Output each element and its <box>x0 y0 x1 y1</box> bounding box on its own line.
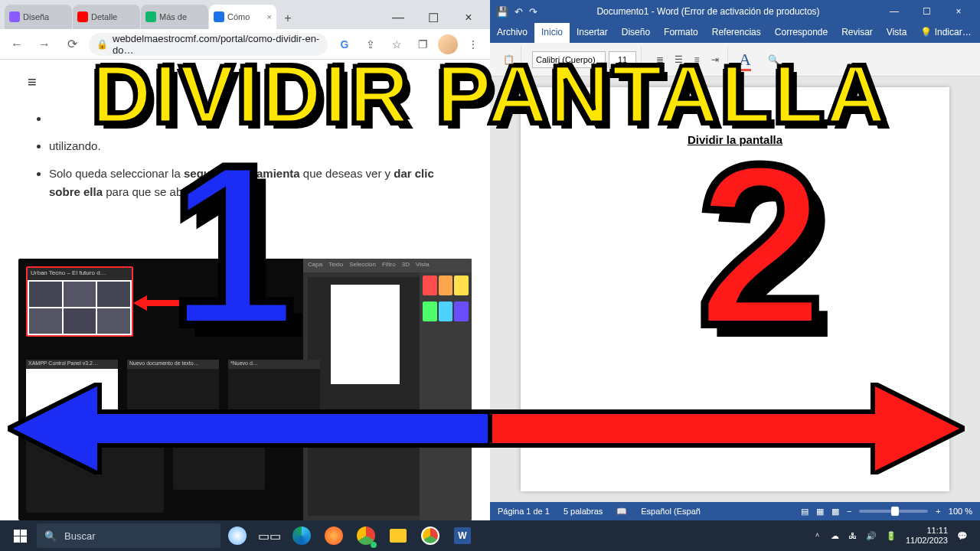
word-page[interactable]: Dividir la pantalla <box>521 87 949 491</box>
view-web-icon[interactable]: ▩ <box>831 507 839 517</box>
snap-thumb[interactable] <box>26 429 164 513</box>
profile-avatar[interactable] <box>438 34 458 54</box>
redo-icon[interactable]: ↷ <box>529 6 537 18</box>
maximize-button[interactable]: ☐ <box>911 6 942 17</box>
tab-insertar[interactable]: Insertar <box>570 23 615 43</box>
chrome-viewport[interactable]: ≡ placeholder placeholder placeholder pl… <box>0 60 490 520</box>
hamburger-icon[interactable]: ≡ <box>28 73 462 91</box>
tab-diseno[interactable]: Diseño <box>615 23 657 43</box>
chrome-window-controls: — ☐ × <box>381 6 485 29</box>
google-icon[interactable]: G <box>334 34 355 55</box>
star-icon[interactable]: ☆ <box>386 34 407 55</box>
font-group <box>528 46 642 73</box>
zoom-in-icon[interactable]: + <box>936 507 940 516</box>
word-icon[interactable]: W <box>447 520 478 551</box>
tell-me[interactable]: 💡 Indicar… <box>913 23 978 43</box>
tab-revisar[interactable]: Revisar <box>835 23 880 43</box>
ps-menubar: CapaTextoSelecciónFiltro3DVista <box>303 259 472 272</box>
tray-chevron-icon[interactable]: ＾ <box>813 530 822 542</box>
back-button[interactable]: ← <box>6 34 28 55</box>
numbering-icon[interactable]: ☰ <box>671 52 686 67</box>
chrome-canary-icon[interactable] <box>415 520 446 551</box>
paste-icon[interactable]: 📋 <box>501 52 516 67</box>
snap-thumb[interactable]: *Nuevo d… <box>228 360 320 419</box>
tab-label: Detalle <box>91 12 117 21</box>
styles-icon[interactable]: A <box>739 50 751 70</box>
new-tab-button[interactable]: + <box>277 8 299 29</box>
task-view-icon[interactable]: ▭▭ <box>254 520 285 551</box>
list-item: Solo queda seleccionar la segunda herram… <box>49 165 462 201</box>
favicon <box>77 11 88 22</box>
close-button[interactable]: × <box>452 6 485 29</box>
url-text: webdelmaestrocmf.com/portal/como-dividir… <box>113 33 320 56</box>
find-icon[interactable]: 🔍 <box>766 52 782 67</box>
snap-thumb[interactable] <box>173 429 265 490</box>
taskbar-search[interactable]: 🔍 Buscar <box>37 523 220 548</box>
status-proofing-icon[interactable]: 📖 <box>616 507 627 517</box>
zoom-out-icon[interactable]: − <box>847 507 851 516</box>
taskbar-clock[interactable]: 11:11 11/02/2023 <box>906 526 948 546</box>
tab-inicio[interactable]: Inicio <box>534 23 570 43</box>
minimize-button[interactable]: — <box>381 6 415 29</box>
share-icon[interactable]: ⇪ <box>360 34 381 55</box>
search-icon: 🔍 <box>44 530 57 542</box>
chrome-tab-4-active[interactable]: Cómo × <box>209 5 276 29</box>
article-list: placeholder placeholder placeholder plac… <box>28 109 462 201</box>
tray-network-icon[interactable]: 🖧 <box>848 531 857 540</box>
tab-archivo[interactable]: Archivo <box>490 23 534 43</box>
zoom-label[interactable]: 100 % <box>949 507 972 516</box>
close-button[interactable]: × <box>943 6 974 17</box>
tab-vista[interactable]: Vista <box>880 23 913 43</box>
chrome-tab-3[interactable]: Más de <box>141 5 208 29</box>
view-read-icon[interactable]: ▤ <box>801 507 808 517</box>
start-button[interactable] <box>5 520 35 551</box>
reload-button[interactable]: ⟳ <box>61 34 83 55</box>
chrome-window: Diseña Detalle Más de Cómo × + — ☐ × ← →… <box>0 0 490 520</box>
menu-icon[interactable]: ⋮ <box>462 34 484 55</box>
close-icon[interactable]: × <box>267 12 272 21</box>
firefox-icon[interactable] <box>318 520 349 551</box>
font-size-combo[interactable] <box>609 51 636 68</box>
indent-icon[interactable]: ⇥ <box>707 52 723 67</box>
tray-battery-icon[interactable]: 🔋 <box>886 531 897 541</box>
chrome-actions: G ⇪ ☆ ❐ ⋮ <box>334 34 484 55</box>
zoom-slider[interactable] <box>859 510 928 513</box>
save-icon[interactable]: 💾 <box>496 6 508 18</box>
explorer-icon[interactable] <box>383 520 413 551</box>
snap-thumb-selected[interactable]: Urban Tecno – El futuro d… <box>26 266 133 337</box>
align-icon[interactable]: ≡ <box>689 52 704 67</box>
forward-button[interactable]: → <box>34 34 55 55</box>
undo-icon[interactable]: ↶ <box>514 6 523 18</box>
status-language[interactable]: Español (Españ <box>641 507 701 516</box>
tab-label: Cómo <box>227 12 250 21</box>
tray-onedrive-icon[interactable]: ☁ <box>831 531 839 541</box>
clipboard-group: 📋 <box>496 46 521 73</box>
word-window: 💾 ↶ ↷ Documento1 - Word (Error de activa… <box>490 0 980 520</box>
edge-icon[interactable] <box>286 520 317 551</box>
snap-thumb[interactable]: XAMPP Control Panel v3.2… <box>26 360 118 419</box>
status-page[interactable]: Página 1 de 1 <box>498 507 550 516</box>
status-words[interactable]: 5 palabras <box>564 507 603 516</box>
tab-referencias[interactable]: Referencias <box>705 23 768 43</box>
extensions-icon[interactable]: ❐ <box>412 34 433 55</box>
chrome-tab-2[interactable]: Detalle <box>73 5 140 29</box>
cortana-icon[interactable] <box>222 520 253 551</box>
tab-correspondencia[interactable]: Corresponde <box>768 23 835 43</box>
word-document-area[interactable]: Dividir la pantalla <box>490 77 980 502</box>
tray-volume-icon[interactable]: 🔊 <box>866 531 877 541</box>
bullets-icon[interactable]: ≣ <box>652 52 668 67</box>
tab-formato[interactable]: Formato <box>657 23 705 43</box>
windows-logo-icon <box>14 530 27 543</box>
minimize-button[interactable]: — <box>879 6 910 17</box>
chrome-tab-1[interactable]: Diseña <box>5 5 72 29</box>
font-name-combo[interactable] <box>532 51 606 68</box>
word-title-text: Documento1 - Word (Error de activación d… <box>545 6 871 17</box>
maximize-button[interactable]: ☐ <box>416 6 450 29</box>
notifications-icon[interactable]: 💬 <box>957 531 968 541</box>
view-print-icon[interactable]: ▦ <box>816 507 824 517</box>
snap-thumb[interactable]: Nuevo documento de texto… <box>127 360 219 419</box>
quick-access-toolbar: 💾 ↶ ↷ <box>496 6 537 18</box>
svg-marker-0 <box>133 295 179 311</box>
chrome-icon[interactable] <box>351 520 381 551</box>
address-bar[interactable]: 🔒 webdelmaestrocmf.com/portal/como-divid… <box>89 33 328 56</box>
